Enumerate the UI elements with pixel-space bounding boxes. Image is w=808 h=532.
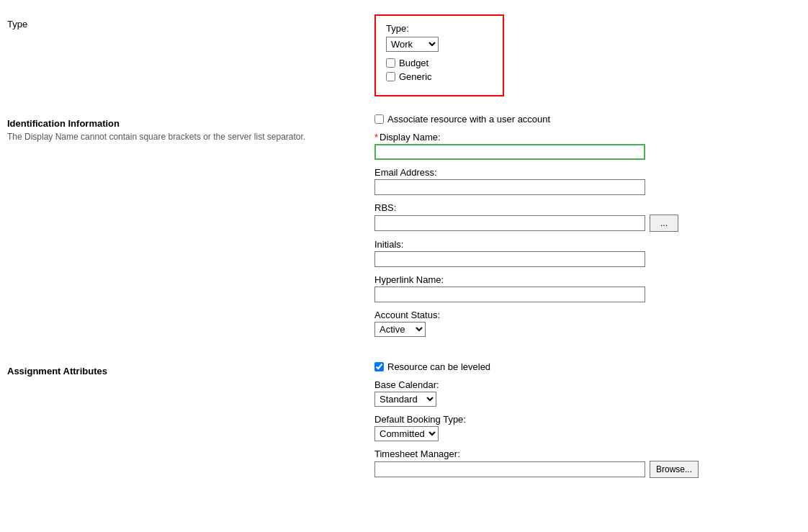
- account-status-select[interactable]: Active Inactive: [374, 322, 426, 337]
- generic-label[interactable]: Generic: [399, 71, 432, 82]
- type-box-label: Type:: [386, 23, 493, 34]
- assignment-content-col: Resource can be leveled Base Calendar: S…: [374, 361, 808, 485]
- hyperlink-input[interactable]: [374, 287, 645, 302]
- hyperlink-field: Hyperlink Name:: [374, 274, 794, 302]
- assignment-label-col: Assignment Attributes: [0, 361, 374, 485]
- email-input[interactable]: [374, 179, 645, 195]
- initials-input[interactable]: [374, 251, 645, 267]
- rbs-row: ...: [374, 215, 794, 232]
- associate-checkbox[interactable]: [374, 114, 384, 124]
- resource-level-checkbox[interactable]: [374, 362, 384, 371]
- hyperlink-label: Hyperlink Name:: [374, 274, 794, 285]
- type-box: Type: Work Material Cost Budget Generic: [374, 14, 504, 96]
- rbs-input[interactable]: [374, 215, 645, 231]
- rbs-browse-button[interactable]: ...: [650, 215, 678, 232]
- type-section-content: Type: Work Material Cost Budget Generic: [374, 14, 808, 96]
- associate-label[interactable]: Associate resource with a user account: [387, 114, 550, 125]
- base-calendar-select[interactable]: Standard Night Shift 24 Hours: [374, 392, 436, 407]
- identification-sub-label: The Display Name cannot contain square b…: [7, 132, 374, 142]
- display-name-required: *: [374, 132, 378, 143]
- account-status-label: Account Status:: [374, 310, 794, 320]
- type-section-label-col: Type: [0, 14, 374, 96]
- budget-checkbox-row: Budget: [386, 58, 493, 68]
- default-booking-field: Default Booking Type: Committed Proposed: [374, 414, 794, 441]
- associate-row: Associate resource with a user account: [374, 114, 794, 125]
- type-select[interactable]: Work Material Cost: [386, 37, 439, 52]
- base-calendar-label: Base Calendar:: [374, 379, 794, 390]
- display-name-label: *Display Name:: [374, 132, 794, 143]
- timesheet-manager-input[interactable]: [374, 461, 645, 477]
- identification-section-label: Identification Information: [7, 118, 374, 129]
- default-booking-select[interactable]: Committed Proposed: [374, 426, 439, 441]
- generic-checkbox[interactable]: [386, 72, 395, 81]
- resource-level-label[interactable]: Resource can be leveled: [387, 361, 490, 372]
- display-name-label-text: Display Name:: [380, 132, 441, 143]
- generic-checkbox-row: Generic: [386, 71, 493, 82]
- timesheet-row: Browse...: [374, 461, 794, 478]
- resource-level-row: Resource can be leveled: [374, 361, 794, 372]
- type-select-row: Work Material Cost: [386, 37, 493, 52]
- display-name-input[interactable]: [374, 144, 645, 160]
- base-calendar-field: Base Calendar: Standard Night Shift 24 H…: [374, 379, 794, 407]
- account-status-field: Account Status: Active Inactive: [374, 310, 794, 337]
- timesheet-manager-field: Timesheet Manager: Browse...: [374, 448, 794, 478]
- default-booking-label: Default Booking Type:: [374, 414, 794, 425]
- timesheet-manager-label: Timesheet Manager:: [374, 448, 794, 459]
- type-section: Type Type: Work Material Cost Budget: [0, 14, 808, 96]
- identification-section: Identification Information The Display N…: [0, 114, 808, 344]
- rbs-field: RBS: ...: [374, 202, 794, 232]
- email-field: Email Address:: [374, 167, 794, 195]
- timesheet-browse-button[interactable]: Browse...: [650, 461, 699, 478]
- rbs-label: RBS:: [374, 202, 794, 213]
- assignment-section: Assignment Attributes Resource can be le…: [0, 361, 808, 485]
- booking-select-row: Committed Proposed: [374, 426, 794, 441]
- page-container: Type Type: Work Material Cost Budget: [0, 0, 808, 532]
- budget-checkbox[interactable]: [386, 58, 395, 68]
- initials-label: Initials:: [374, 239, 794, 250]
- type-section-label: Type: [7, 19, 27, 30]
- email-label: Email Address:: [374, 167, 794, 178]
- budget-label[interactable]: Budget: [399, 58, 428, 68]
- identification-content-col: Associate resource with a user account *…: [374, 114, 808, 344]
- identification-label-col: Identification Information The Display N…: [0, 114, 374, 344]
- initials-field: Initials:: [374, 239, 794, 267]
- display-name-field: *Display Name:: [374, 132, 794, 160]
- account-status-row: Active Inactive: [374, 322, 794, 337]
- assignment-section-label: Assignment Attributes: [7, 366, 107, 377]
